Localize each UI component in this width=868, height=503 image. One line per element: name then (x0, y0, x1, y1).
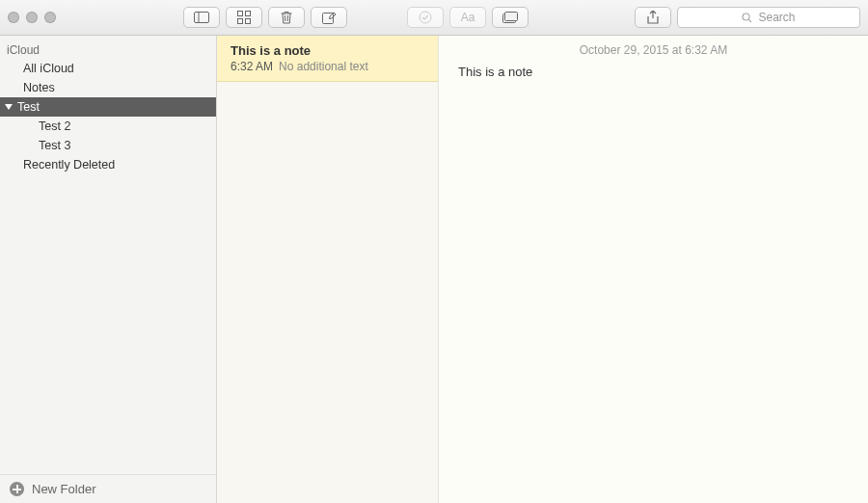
zoom-window-button[interactable] (44, 12, 56, 23)
svg-rect-5 (246, 19, 251, 24)
search-icon (742, 13, 752, 23)
sidebar-item-all-icloud[interactable]: All iCloud (0, 59, 216, 78)
main: iCloud All iCloud Notes Test Test 2 Test… (0, 36, 868, 503)
svg-point-12 (743, 13, 749, 20)
svg-rect-4 (238, 19, 243, 24)
chevron-down-icon (5, 104, 13, 110)
note-meta: 6:32 AMNo additional text (231, 60, 424, 73)
sidebar-item-test-3[interactable]: Test 3 (0, 136, 216, 155)
note-time: 6:32 AM (231, 60, 273, 73)
format-button[interactable]: Aa (449, 7, 486, 28)
new-folder-button[interactable]: New Folder (0, 474, 216, 503)
note-title: This is a note (231, 43, 424, 58)
svg-point-9 (420, 12, 431, 23)
note-body[interactable]: This is a note (458, 65, 849, 79)
toggle-sidebar-button[interactable] (183, 7, 220, 28)
note-timestamp: October 29, 2015 at 6:32 AM (458, 41, 849, 65)
sidebar-section-header[interactable]: iCloud (0, 41, 216, 59)
svg-rect-3 (246, 12, 251, 16)
share-button[interactable] (635, 7, 671, 28)
note-list-item[interactable]: This is a note 6:32 AMNo additional text (217, 36, 438, 82)
search-input[interactable]: Search (677, 7, 860, 28)
sidebar-item-recently-deleted[interactable]: Recently Deleted (0, 155, 216, 174)
close-window-button[interactable] (8, 12, 19, 23)
new-note-button[interactable] (311, 7, 347, 28)
grid-view-button[interactable] (226, 7, 262, 28)
svg-rect-11 (505, 13, 518, 21)
window-controls (8, 12, 56, 23)
delete-button[interactable] (268, 7, 305, 28)
sidebar-item-test-2[interactable]: Test 2 (0, 117, 216, 136)
svg-line-13 (749, 19, 752, 22)
svg-rect-0 (195, 13, 209, 23)
sidebar-item-notes[interactable]: Notes (0, 78, 216, 97)
svg-rect-2 (238, 12, 243, 16)
checklist-button[interactable] (407, 7, 444, 28)
sidebar-item-test[interactable]: Test (0, 97, 216, 117)
minimize-window-button[interactable] (26, 12, 38, 23)
titlebar: Aa Search (0, 0, 868, 36)
sidebar: iCloud All iCloud Notes Test Test 2 Test… (0, 36, 217, 503)
new-folder-label: New Folder (32, 482, 95, 496)
attachments-button[interactable] (492, 7, 529, 28)
plus-circle-icon (10, 482, 24, 496)
note-list: This is a note 6:32 AMNo additional text (217, 36, 439, 503)
note-snippet: No additional text (279, 60, 368, 73)
note-editor[interactable]: October 29, 2015 at 6:32 AM This is a no… (439, 36, 868, 503)
search-placeholder: Search (758, 11, 795, 24)
